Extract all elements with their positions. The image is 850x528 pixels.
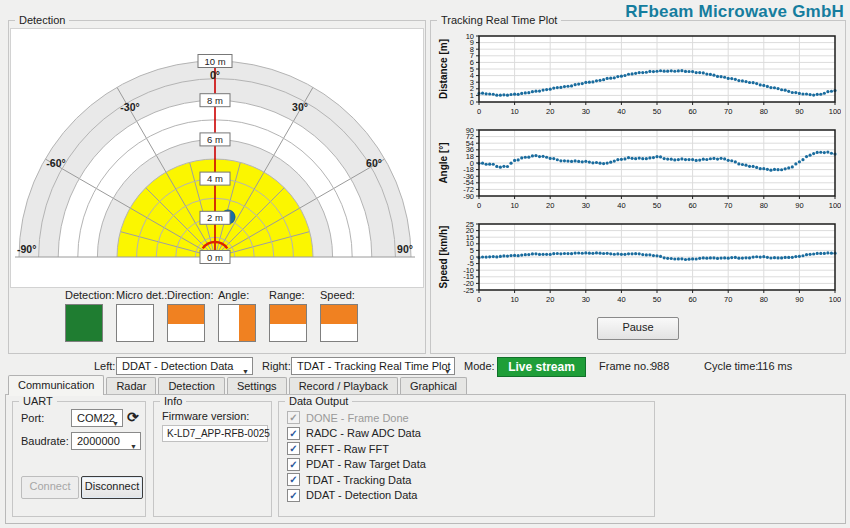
left-plot-label: Left: <box>94 360 115 372</box>
svg-text:0: 0 <box>477 201 481 210</box>
status-bar: Left: DDAT - Detection Data ▼ Right: TDA… <box>0 356 850 378</box>
svg-text:100: 100 <box>829 295 841 304</box>
svg-text:20: 20 <box>546 107 554 116</box>
chevron-down-icon: ▼ <box>130 438 137 450</box>
tab-radar[interactable]: Radar <box>106 377 156 395</box>
left-plot-select[interactable]: DDAT - Detection Data ▼ <box>116 357 253 375</box>
svg-text:2 m: 2 m <box>207 212 223 223</box>
info-group-title: Info <box>160 395 186 407</box>
tab-record-playback[interactable]: Record / Playback <box>289 377 398 395</box>
indicator-swatch <box>167 304 205 342</box>
svg-text:70: 70 <box>724 201 732 210</box>
svg-text:0: 0 <box>470 98 474 107</box>
indicator-detection: Detection: <box>65 289 103 342</box>
tab-strip: CommunicationRadarDetectionSettingsRecor… <box>8 377 469 395</box>
svg-text:0: 0 <box>477 107 481 116</box>
indicator-swatch <box>269 304 307 342</box>
indicator-swatch <box>218 304 256 342</box>
checkbox-label: RADC - Raw ADC Data <box>306 427 421 439</box>
svg-text:100: 100 <box>829 107 841 116</box>
checkbox[interactable]: ✓ <box>287 473 300 486</box>
svg-text:20: 20 <box>546 295 554 304</box>
svg-text:90: 90 <box>795 107 803 116</box>
polar-plot: 0 m 2 m 4 m 6 m 8 m 10 m 0° -30° 30° -60… <box>10 28 424 288</box>
checkbox[interactable]: ✓ <box>287 458 300 471</box>
port-select[interactable]: COM22 ▼ <box>71 409 123 427</box>
svg-text:-90°: -90° <box>17 243 36 255</box>
cycle-value: 116 ms <box>757 360 792 372</box>
indicator-speed: Speed: <box>320 289 358 342</box>
svg-text:10 m: 10 m <box>204 56 225 67</box>
svg-text:40: 40 <box>617 201 625 210</box>
svg-text:-25: -25 <box>463 286 474 295</box>
tab-graphical[interactable]: Graphical <box>400 377 467 395</box>
svg-text:90°: 90° <box>397 243 413 255</box>
svg-text:0°: 0° <box>210 69 220 81</box>
refresh-ports-icon[interactable]: ⟳ <box>127 409 139 425</box>
pause-button[interactable]: Pause <box>597 317 679 340</box>
indicator-range: Range: <box>269 289 307 342</box>
baudrate-label: Baudrate: <box>21 435 69 447</box>
chevron-down-icon: ▼ <box>112 415 119 427</box>
indicator-swatch <box>65 304 103 342</box>
checkbox-row-tdat: ✓TDAT - Tracking Data <box>287 472 654 488</box>
checkbox-label: TDAT - Tracking Data <box>306 474 411 486</box>
chevron-down-icon: ▼ <box>242 363 249 375</box>
checkbox[interactable]: ✓ <box>287 442 300 455</box>
uart-group: UART Port: COM22 ▼ ⟳ Baudrate: 2000000 ▼… <box>12 401 146 517</box>
detection-panel-title: Detection <box>15 14 69 26</box>
distance-chart: 1098765432100102030405060708090100Distan… <box>435 31 841 121</box>
baudrate-select[interactable]: 2000000 ▼ <box>71 432 141 450</box>
uart-group-title: UART <box>19 395 57 407</box>
checkbox-label: DDAT - Detection Data <box>306 489 417 501</box>
checkbox-label: DONE - Frame Done <box>306 412 409 424</box>
firmware-field: K-LD7_APP-RFB-0025 <box>162 425 268 442</box>
svg-text:8 m: 8 m <box>207 95 223 106</box>
svg-text:80: 80 <box>760 107 768 116</box>
indicator-label: Micro det.: <box>116 289 154 301</box>
tracking-panel: Tracking Real Time Plot 1098765432100102… <box>430 20 846 354</box>
indicator-swatch <box>320 304 358 342</box>
info-group: Info Firmware version: K-LD7_APP-RFB-002… <box>153 401 272 517</box>
svg-text:4 m: 4 m <box>207 173 223 184</box>
svg-text:60: 60 <box>688 201 696 210</box>
indicator-micro-det: Micro det.: <box>116 289 154 342</box>
svg-text:60: 60 <box>688 107 696 116</box>
mode-badge: Live stream <box>497 357 586 377</box>
chevron-down-icon: ▼ <box>444 363 451 375</box>
indicator-direction: Direction: <box>167 289 205 342</box>
svg-text:50: 50 <box>653 295 661 304</box>
firmware-label: Firmware version: <box>162 410 249 422</box>
svg-text:100: 100 <box>829 201 841 210</box>
indicator-swatch <box>116 304 154 342</box>
tab-detection[interactable]: Detection <box>158 377 224 395</box>
disconnect-button[interactable]: Disconnect <box>81 476 143 499</box>
indicator-row: Detection:Micro det.:Direction:Angle:Ran… <box>65 289 371 342</box>
indicator-label: Detection: <box>65 289 103 301</box>
svg-text:10: 10 <box>510 295 518 304</box>
svg-text:90: 90 <box>795 295 803 304</box>
checkbox[interactable]: ✓ <box>287 427 300 440</box>
svg-text:70: 70 <box>724 107 732 116</box>
data-output-group-title: Data Output <box>285 395 352 407</box>
svg-text:-90: -90 <box>463 192 474 201</box>
detection-panel: Detection <box>8 20 426 354</box>
right-plot-select[interactable]: TDAT - Tracking Real Time Plot ▼ <box>291 357 455 375</box>
frame-value: 988 <box>651 360 669 372</box>
data-output-list: ✓DONE - Frame Done✓RADC - Raw ADC Data✓R… <box>279 402 654 503</box>
svg-text:90: 90 <box>795 201 803 210</box>
checkbox-row-pdat: ✓PDAT - Raw Target Data <box>287 457 654 473</box>
checkbox-label: PDAT - Raw Target Data <box>306 458 426 470</box>
tab-settings[interactable]: Settings <box>227 377 287 395</box>
svg-text:10: 10 <box>510 201 518 210</box>
tracking-panel-title: Tracking Real Time Plot <box>437 14 561 26</box>
tab-communication[interactable]: Communication <box>8 375 104 395</box>
speed-chart: 2520151050-5-10-15-20-250102030405060708… <box>435 219 841 309</box>
checkbox[interactable]: ✓ <box>287 489 300 502</box>
svg-text:0: 0 <box>477 295 481 304</box>
indicator-label: Range: <box>269 289 307 301</box>
svg-text:30: 30 <box>582 201 590 210</box>
right-plot-label: Right: <box>262 360 291 372</box>
svg-text:50: 50 <box>653 201 661 210</box>
connect-button[interactable]: Connect <box>21 476 79 499</box>
